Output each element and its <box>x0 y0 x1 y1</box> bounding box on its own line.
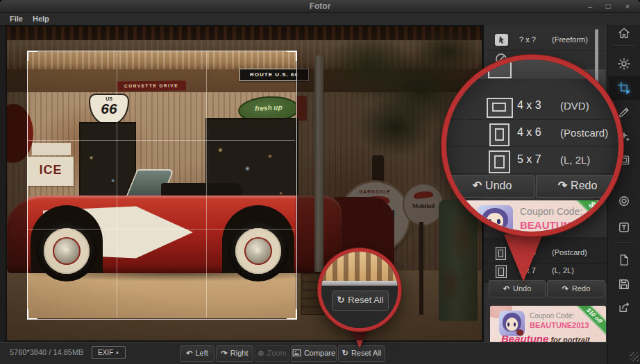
focus-icon[interactable] <box>617 194 631 208</box>
magnified-option-4x6: 4 x 6 (Postcard) <box>446 119 618 147</box>
zoom-icon: ⊕ <box>258 349 264 357</box>
menu-bar: File Help <box>0 13 640 26</box>
coupon-code: BEAUTUNE2013 <box>530 321 589 329</box>
undo-icon: ↶ <box>503 284 510 293</box>
caret-up-icon: ▲ <box>115 350 119 354</box>
compare-button[interactable]: Compare <box>291 345 337 362</box>
crop-dim-left <box>7 51 27 318</box>
crop-frame[interactable] <box>27 51 297 320</box>
window-title: Fotor <box>0 1 640 11</box>
status-bar: 5760*3840 / 14.85MB EXIF ▲ ↶Left ↷Right … <box>0 342 607 364</box>
coupon-code-label: Coupon Code: <box>530 312 575 320</box>
reset-all-magnifier: ↻Reset All <box>318 248 401 331</box>
save-icon[interactable] <box>617 277 631 291</box>
reset-icon: ↻ <box>337 295 344 305</box>
toolbar-divider <box>613 242 635 243</box>
crop-grid-line <box>206 51 207 318</box>
menu-file[interactable]: File <box>10 15 23 23</box>
crop-dim-bottom <box>7 318 482 340</box>
compare-icon <box>292 349 301 357</box>
crop-handle[interactable] <box>287 309 297 320</box>
freeform-icon <box>495 34 508 46</box>
zoom-button[interactable]: ⊕Zoom <box>255 345 289 362</box>
editor-canvas: ROUTE U.S. 66 CORVETTE DRIVE US 66 fresh… <box>6 25 483 342</box>
crop-dim-top <box>7 26 482 51</box>
rotate-left-icon: ↶ <box>186 349 192 357</box>
home-icon[interactable] <box>617 26 631 40</box>
close-button[interactable]: × <box>621 1 634 11</box>
aspect-4x6-icon <box>489 123 510 146</box>
photo-canvas[interactable]: ROUTE U.S. 66 CORVETTE DRIVE US 66 fresh… <box>7 26 482 340</box>
crop-handle[interactable] <box>287 51 297 61</box>
crop-handle[interactable] <box>27 309 37 320</box>
maximize-button[interactable]: □ <box>601 1 615 11</box>
share-icon[interactable] <box>617 300 631 314</box>
callout-pointer <box>504 234 543 281</box>
undo-icon: ↶ <box>473 180 482 191</box>
aspect-3x5-icon <box>488 62 512 78</box>
crop-handle[interactable] <box>27 51 37 61</box>
toolbar-divider <box>613 45 635 46</box>
magnified-canvas-edge <box>321 281 398 286</box>
magnified-undo-button: ↶Undo <box>450 175 534 198</box>
aspect-4x3-icon <box>487 98 513 118</box>
minimize-button[interactable]: – <box>583 1 597 11</box>
rotate-left-button[interactable]: ↶Left <box>180 345 214 362</box>
undo-button[interactable]: ↶Undo <box>489 280 546 297</box>
redo-icon: ↷ <box>562 284 569 293</box>
tool-rail <box>607 25 640 364</box>
magnified-reset-all-button: ↻Reset All <box>332 291 389 311</box>
crop-option-freeform[interactable]: ? x ? (Freeform) <box>486 31 605 51</box>
rotate-right-icon: ↷ <box>221 349 228 357</box>
aspect-5x7-icon <box>489 150 510 173</box>
crop-grid-line <box>28 229 295 229</box>
fotor-window: Fotor – □ × File Help ROUTE U.S. 66 CORV… <box>0 0 640 364</box>
magnified-option-4x3: 4 x 3 (DVD) <box>446 92 618 120</box>
crop-presets-magnifier: 4 x 3 (DVD) 4 x 6 (Postcard) 5 x 7 (L, 2… <box>441 55 623 236</box>
redo-icon: ↷ <box>558 180 567 191</box>
adjust-sun-icon[interactable] <box>617 57 631 71</box>
text-tool-icon[interactable] <box>617 220 631 234</box>
redo-button[interactable]: ↷Redo <box>547 280 605 297</box>
reset-icon: ↻ <box>342 349 348 357</box>
draw-pencil-icon[interactable] <box>617 105 631 119</box>
resize-grip[interactable] <box>630 352 639 361</box>
crop-tool-icon[interactable] <box>617 81 631 95</box>
exif-button[interactable]: EXIF ▲ <box>92 346 126 359</box>
crop-grid-line <box>28 140 295 141</box>
magnified-option-5x7: 5 x 7 (L, 2L) <box>446 146 618 174</box>
menu-help[interactable]: Help <box>33 15 49 23</box>
crop-grid-line <box>117 51 117 318</box>
image-info: 5760*3840 / 14.85MB <box>10 348 83 356</box>
title-bar: Fotor – □ × <box>0 0 640 13</box>
rotate-right-button[interactable]: ↷Right <box>216 345 253 362</box>
new-file-icon[interactable] <box>617 253 631 267</box>
magnified-redo-button: ↷Redo <box>536 175 619 198</box>
